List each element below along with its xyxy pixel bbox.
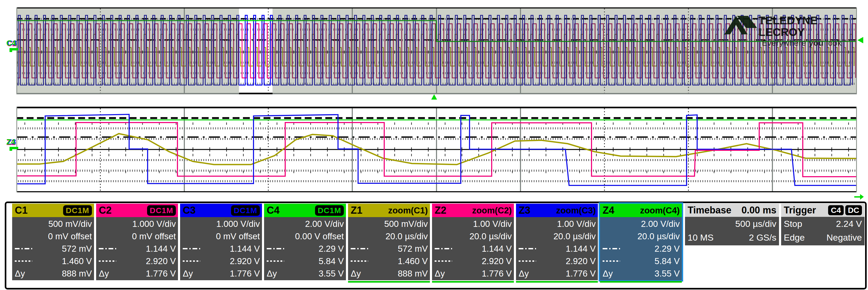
dotted-cursor-glyph [435, 260, 452, 262]
trigger-source-badge[interactable]: C4 [828, 205, 843, 215]
delta-y-label: Δy [267, 267, 277, 280]
timebase-title: Timebase [688, 205, 731, 216]
descriptor-box-z2[interactable]: Z2zoom(C2)1.00 V/div20.0 µs/div1.144 V2.… [432, 204, 514, 280]
trigger-slope: Negative [827, 231, 862, 244]
coupling-badge[interactable]: DC1M [231, 205, 260, 216]
delta-y-label: Δy [15, 267, 25, 280]
scale: 1.000 V/div [99, 218, 176, 230]
delta-y: Δy3.55 V [602, 267, 680, 280]
offset: 20.0 µs/div [602, 230, 680, 242]
zoom-channel-label-stack[interactable]: Z1 Z2 Z3 Z4 [6, 138, 19, 147]
main-channel-label-stack[interactable]: C1 C2 C3 C4 [6, 39, 19, 49]
offset-value: 20.0 µs/div [469, 230, 512, 242]
dotted-cursor-glyph [519, 260, 536, 262]
cursor2-value: 2.920 V [482, 255, 512, 267]
timebase-rate: 2 GS/s [749, 231, 776, 244]
delta-y-label: Δy [183, 267, 193, 280]
delta-y-value: 1.776 V [482, 267, 512, 280]
zoom-trace-underline [432, 281, 514, 283]
delta-y-value: 3.55 V [655, 267, 680, 280]
delta-y-label: Δy [435, 267, 445, 280]
teledyne-lecroy-logo: TELEDYNE LECROY Everywhere you look™ [722, 13, 865, 39]
cursor2-value: 1.460 V [62, 255, 92, 267]
cursor1-value: 1.144 V [230, 242, 260, 255]
timebase-box[interactable]: Timebase 0.00 ms 500 µs/div 10 MS 2 GS/s [685, 204, 779, 245]
dotted-cursor-glyph [99, 260, 116, 262]
offset: 20.0 µs/div [435, 230, 512, 242]
cursor1: 2.29 V [602, 242, 680, 255]
dashdot-cursor-glyph [183, 248, 200, 249]
cursor2: 1.460 V [15, 255, 92, 267]
cursor1: 2.29 V [267, 242, 344, 255]
zoom-source-label: zoom(C4) [640, 205, 680, 215]
scale-value: 2.00 V/div [305, 218, 344, 230]
zoom-trace-underline [600, 281, 682, 283]
dotted-cursor-glyph [351, 260, 368, 262]
cursor2: 5.84 V [602, 255, 680, 267]
offset-value: 0.00 V offset [295, 230, 344, 242]
cursor1: 1.144 V [519, 242, 596, 255]
delta-y: Δy1.776 V [435, 267, 512, 280]
zoom-waveform-plot[interactable] [17, 107, 857, 192]
delta-y: Δy1.776 V [183, 267, 260, 280]
trigger-box[interactable]: Trigger C4 DC Stop 2.24 V Edge Negative [781, 204, 865, 245]
delta-y-value: 888 mV [62, 267, 92, 280]
offset-value: 0 mV offset [48, 230, 92, 242]
cursor2-value: 2.920 V [230, 255, 260, 267]
cursor1-value: 2.29 V [655, 242, 680, 255]
cursor1: 572 mV [15, 242, 92, 255]
oscilloscope-screen: C1 C2 C3 C4 TELEDYNE LECROY Everywhere y… [0, 0, 868, 290]
coupling-badge[interactable]: DC1M [147, 205, 176, 216]
offset: 0 mV offset [99, 230, 176, 242]
timebase-samples: 10 MS [688, 231, 714, 244]
cursor2-value: 2.920 V [566, 255, 596, 267]
timebase-per-div: 500 µs/div [735, 217, 776, 231]
trigger-coupling-badge[interactable]: DC [845, 205, 862, 215]
trigger-time-marker[interactable] [430, 94, 438, 100]
delta-y-value: 1.776 V [566, 267, 596, 280]
offset-value: 20.0 µs/div [554, 230, 596, 242]
cursor2-value: 2.920 V [146, 255, 176, 267]
scale-value: 2.00 V/div [641, 218, 680, 230]
cursor2: 2.920 V [99, 255, 176, 267]
descriptor-box-c4[interactable]: C4DC1M2.00 V/div0.00 V offset2.29 V5.84 … [264, 204, 346, 280]
scale-value: 1.000 V/div [216, 218, 260, 230]
descriptor-strip: C1DC1M500 mV/div0 mV offset572 mV1.460 V… [5, 202, 867, 289]
pan-right-arrow-icon[interactable] [854, 193, 864, 200]
cursor1: 1.144 V [99, 242, 176, 255]
scale: 500 mV/div [15, 218, 92, 230]
descriptor-box-c2[interactable]: C2DC1M1.000 V/div0 mV offset1.144 V2.920… [96, 204, 178, 280]
delta-y-value: 1.776 V [146, 267, 176, 280]
descriptor-box-c1[interactable]: C1DC1M500 mV/div0 mV offset572 mV1.460 V… [12, 204, 94, 280]
descriptor-box-c3[interactable]: C3DC1M1.000 V/div0 mV offset1.144 V2.920… [180, 204, 262, 280]
dashdot-cursor-glyph [15, 248, 32, 249]
delta-y-label: Δy [351, 267, 361, 280]
descriptor-box-z1[interactable]: Z1zoom(C1)500 mV/div20.0 µs/div572 mV1.4… [348, 204, 430, 280]
zoom-trace-underline [348, 281, 430, 283]
delta-y-label: Δy [519, 267, 529, 280]
descriptor-box-z4[interactable]: Z4zoom(C4)2.00 V/div20.0 µs/div2.29 V5.8… [600, 204, 682, 280]
descriptor-box-z3[interactable]: Z3zoom(C3)1.00 V/div20.0 µs/div1.144 V2.… [516, 204, 598, 280]
trigger-level: 2.24 V [836, 217, 862, 231]
coupling-badge[interactable]: DC1M [63, 205, 92, 216]
trigger-mode: Stop [784, 217, 802, 231]
timebase-offset: 0.00 ms [742, 205, 776, 216]
delta-y: Δy1.776 V [519, 267, 596, 280]
cursor1-value: 572 mV [62, 242, 92, 255]
scale: 1.000 V/div [183, 218, 260, 230]
main-offset-marker[interactable] [9, 48, 19, 52]
coupling-badge[interactable]: DC1M [315, 205, 344, 216]
dashdot-cursor-glyph [267, 248, 284, 249]
zoom-region-bar[interactable] [239, 93, 273, 94]
brand-name: TELEDYNE LECROY [758, 15, 865, 38]
cursor1-value: 1.144 V [146, 242, 176, 255]
dotted-cursor-glyph [267, 260, 284, 262]
dashdot-cursor-glyph [99, 248, 116, 249]
scale-value: 1.000 V/div [132, 218, 176, 230]
dotted-cursor-glyph [183, 260, 200, 262]
scale-value: 1.00 V/div [473, 218, 512, 230]
channel-id: Z3 [519, 205, 530, 216]
dotted-cursor-glyph [602, 260, 620, 262]
zoom-offset-marker[interactable] [9, 147, 19, 151]
zoom-waveform-panel[interactable] [17, 107, 857, 192]
